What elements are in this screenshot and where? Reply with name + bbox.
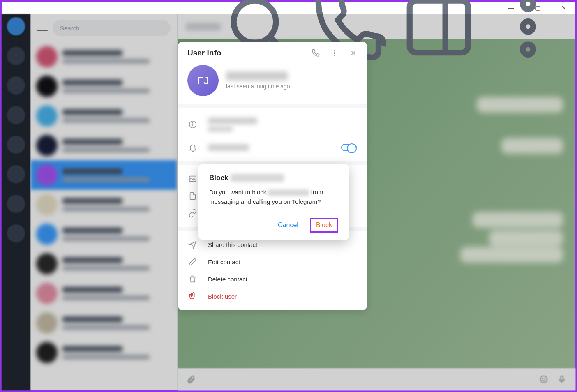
block-user-label: Block user <box>208 293 237 300</box>
hand-icon <box>188 292 197 301</box>
info-icon <box>188 120 197 129</box>
svg-point-18 <box>192 123 193 123</box>
close-icon[interactable] <box>349 49 358 57</box>
svg-point-12 <box>334 53 335 54</box>
user-name <box>226 71 288 81</box>
block-user-row[interactable]: Block user <box>178 288 367 305</box>
panel-title: User Info <box>187 48 221 58</box>
share-icon <box>188 240 197 249</box>
cancel-button[interactable]: Cancel <box>276 219 300 231</box>
more-icon[interactable] <box>330 49 339 57</box>
svg-point-11 <box>334 50 335 51</box>
image-icon <box>188 174 197 183</box>
edit-contact-row[interactable]: Edit contact <box>178 253 367 270</box>
user-status: last seen a long time ago <box>226 83 290 90</box>
bell-icon <box>188 143 197 152</box>
edit-icon <box>188 257 197 266</box>
block-button[interactable]: Block <box>310 218 338 233</box>
file-icon <box>188 191 197 201</box>
delete-contact-row[interactable]: Delete contact <box>178 270 367 288</box>
share-contact-label: Share this contact <box>208 241 257 248</box>
delete-contact-label: Delete contact <box>208 276 247 283</box>
link-icon <box>188 209 197 218</box>
notifications-toggle[interactable] <box>341 144 357 151</box>
svg-point-13 <box>334 55 335 56</box>
user-avatar[interactable]: FJ <box>187 65 219 96</box>
dialog-title: Block <box>209 174 338 182</box>
info-row <box>178 113 367 136</box>
trash-icon <box>188 274 197 284</box>
call-icon[interactable] <box>312 49 320 57</box>
block-confirm-dialog: Block Do you want to block from messagin… <box>198 164 349 240</box>
edit-contact-label: Edit contact <box>208 258 240 265</box>
notifications-row[interactable] <box>178 136 367 156</box>
svg-point-4 <box>523 0 533 9</box>
dialog-message: Do you want to block from messaging and … <box>209 188 338 206</box>
